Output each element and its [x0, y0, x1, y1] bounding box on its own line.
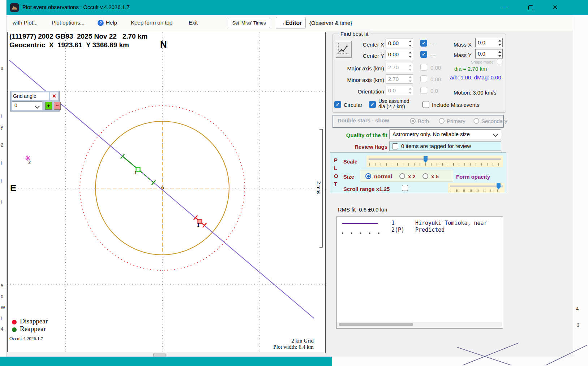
center-x-spin-buttons[interactable] — [407, 39, 413, 48]
app-icon — [10, 3, 19, 12]
opacity-slider[interactable] — [448, 183, 505, 193]
grid-lines — [8, 32, 325, 352]
plot-width-label: Plot width: 6.4 km — [253, 344, 314, 350]
mass-y-spin-buttons[interactable] — [497, 49, 502, 58]
menu-help[interactable]: Help — [106, 19, 117, 26]
orientation-spin-buttons[interactable] — [407, 86, 413, 95]
orientation-spinner[interactable]: 0.0 — [386, 86, 413, 95]
legend-reappear: Reappear — [20, 325, 46, 333]
titlebar[interactable]: Plot event observations : Occult v.4.202… — [7, 0, 588, 15]
list-hscrollbar[interactable] — [337, 322, 502, 327]
center-y-spin-buttons[interactable] — [407, 50, 413, 59]
menu-plot-options[interactable]: Plot options... — [52, 19, 85, 26]
opacity-slider-ticks — [451, 189, 503, 192]
maximize-button[interactable] — [523, 3, 538, 12]
version-label: Occult 4.2026.1.7 — [9, 336, 43, 341]
grid-angle-plus-button[interactable]: + — [45, 102, 52, 110]
minor-axis-label: Minor axis (km) — [338, 77, 384, 83]
center-y-checkbox[interactable]: ✓ — [420, 51, 427, 58]
menubar: with Plot... Plot options... ? Help Keep… — [7, 15, 573, 31]
major-axis-spin-buttons[interactable] — [407, 63, 413, 72]
mass-y-spinner[interactable]: 0.0 — [475, 49, 503, 58]
screen: d l y 2 l l l 5 0 W l 4 Plot event obser… — [0, 0, 588, 366]
grid-angle-minus-button[interactable]: − — [54, 102, 61, 110]
review-flags-checkbox[interactable] — [392, 143, 398, 149]
size-x5-label: x 5 — [431, 173, 439, 179]
background-window-right: 4 3 — [573, 15, 588, 366]
opacity-slider-thumb[interactable] — [497, 183, 501, 189]
help-icon: ? — [98, 20, 104, 26]
orientation-aux: 0.0 — [430, 88, 438, 94]
shape-model-checkbox[interactable] — [497, 59, 502, 64]
size-radio-group: normal x 2 x 5 — [360, 170, 453, 182]
minor-axis-spin-buttons[interactable] — [407, 75, 413, 83]
size-x2-label: x 2 — [408, 173, 416, 179]
circular-checkbox[interactable]: ✓ — [334, 101, 341, 108]
orientation-checkbox[interactable] — [420, 87, 427, 94]
center-x-spinner[interactable]: 0.00 — [386, 39, 413, 48]
bg-fragment: l — [1, 160, 6, 166]
grid-angle-close-button[interactable]: ✕ — [50, 92, 58, 100]
double-stars-primary-radio[interactable] — [439, 118, 445, 124]
chord1-green-label: 1 — [134, 170, 137, 176]
editor-button[interactable]: →Editor — [276, 17, 306, 29]
bg-fragment: 4 — [576, 306, 581, 312]
quality-dropdown[interactable]: Astrometry only. No reliable size — [389, 129, 501, 139]
mass-x-spinner[interactable]: 0.0 — [475, 38, 503, 47]
major-axis-label: Major axis (km) — [338, 65, 384, 71]
double-stars-secondary-radio[interactable] — [473, 118, 479, 124]
background-window-left: d l y 2 l l l 5 0 W l 4 — [0, 0, 7, 366]
bg-fragment: 5 — [1, 283, 6, 289]
set-miss-times-button[interactable]: Set 'Miss' Times — [228, 18, 270, 28]
major-axis-spinner[interactable]: 2.70 — [386, 63, 413, 72]
menu-exit[interactable]: Exit — [189, 19, 198, 26]
scroll-range-checkbox[interactable] — [402, 185, 408, 191]
center-x-label: Center X — [349, 42, 384, 48]
review-flags-label: Review flags — [349, 144, 387, 150]
list-hscroll-thumb[interactable] — [339, 323, 413, 326]
use-assumed-checkbox[interactable]: ✓ — [369, 101, 376, 108]
size-normal-radio[interactable] — [365, 173, 371, 179]
plot-subtitle: Geocentric X 1923.61 Y 3366.89 km — [9, 41, 129, 49]
mass-x-value: 0.0 — [476, 38, 497, 47]
north-label: N — [160, 39, 167, 50]
double-stars-group: Double stars - show Both Primary Seconda… — [332, 115, 504, 128]
include-miss-checkbox[interactable] — [422, 101, 429, 108]
grid-angle-select[interactable]: 0 — [12, 101, 42, 110]
center-x-checkbox[interactable]: ✓ — [420, 40, 427, 47]
major-axis-checkbox[interactable] — [420, 64, 427, 71]
review-flags-text: 0 items are tagged for review — [401, 143, 471, 149]
double-stars-both-label: Both — [418, 118, 429, 124]
size-x2-radio[interactable] — [399, 173, 405, 179]
center-y-spinner[interactable]: 0.00 — [386, 50, 413, 59]
circular-label: Circular — [344, 102, 362, 108]
double-stars-title: Double stars - show — [338, 117, 389, 123]
scale-slider-track[interactable] — [369, 158, 501, 160]
use-assumed-label: Use assumed dia (2.7 km) — [378, 99, 409, 109]
bg-fragment: 0 — [1, 294, 6, 300]
mas-scale-label: 2 mas — [316, 177, 322, 199]
opacity-slider-track[interactable] — [450, 186, 503, 187]
scale-slider[interactable] — [366, 156, 503, 167]
plot-area[interactable] — [7, 32, 326, 353]
menu-with-plot[interactable]: with Plot... — [13, 19, 38, 26]
scale-slider-thumb[interactable] — [424, 156, 428, 163]
double-stars-secondary-label: Secondary — [481, 118, 507, 124]
predicted-label: 2 — [28, 160, 31, 166]
observations-list[interactable]: 1 Hiroyuki Tomioka, near 2(P) Predicted — [336, 217, 503, 328]
minimize-button[interactable]: — — [498, 3, 512, 12]
disappear-dot-icon — [12, 320, 17, 324]
bg-fragment: l — [1, 113, 6, 119]
close-button[interactable]: ✕ — [548, 3, 562, 12]
double-stars-both-radio[interactable] — [410, 118, 416, 124]
grid-angle-title: Grid angle — [12, 92, 49, 100]
bg-fragment: l — [1, 199, 6, 205]
observation-row-id: 1 — [391, 220, 395, 226]
minor-axis-checkbox[interactable] — [420, 75, 427, 82]
minor-axis-spinner[interactable]: 2.70 — [386, 74, 413, 84]
size-x5-radio[interactable] — [422, 173, 428, 179]
mass-x-spin-buttons[interactable] — [497, 38, 502, 47]
maximize-icon — [528, 5, 533, 10]
menu-keep-on-top[interactable]: Keep form on top — [131, 19, 172, 26]
ab-dmag-note: a/b: 1.00, dMag: 0.00 — [450, 74, 501, 80]
